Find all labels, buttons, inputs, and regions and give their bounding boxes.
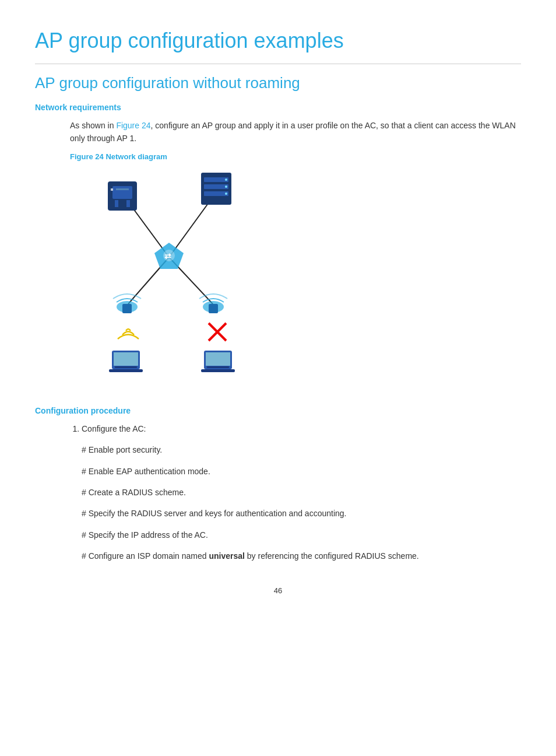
config-comment-1: # Enable port security. xyxy=(82,443,521,456)
svg-rect-21 xyxy=(122,304,132,313)
section-title: AP group configuration without roaming xyxy=(35,74,521,93)
svg-point-14 xyxy=(225,178,227,181)
svg-rect-11 xyxy=(204,177,228,182)
svg-rect-27 xyxy=(114,352,138,366)
divider xyxy=(35,64,521,64)
body-intro-text: As shown in xyxy=(70,121,116,130)
page-title: AP group configuration examples xyxy=(35,28,521,53)
svg-rect-31 xyxy=(206,352,230,366)
svg-rect-9 xyxy=(116,188,129,190)
svg-rect-6 xyxy=(115,200,118,207)
svg-point-16 xyxy=(225,192,227,195)
config-comment-4: # Specify the RADIUS server and keys for… xyxy=(82,507,521,520)
svg-rect-7 xyxy=(126,200,130,207)
config-step-1: Configure the AC: # Enable port security… xyxy=(82,422,521,563)
svg-rect-5 xyxy=(112,186,132,199)
config-procedure-heading: Configuration procedure xyxy=(35,406,521,415)
svg-point-15 xyxy=(225,186,227,188)
config-comment-5: # Specify the IP address of the AC. xyxy=(82,528,521,541)
svg-rect-13 xyxy=(204,191,228,196)
configuration-procedure-section: Configuration procedure Configure the AC… xyxy=(35,406,521,563)
config-comment-6: # Configure an ISP domain named universa… xyxy=(82,550,521,562)
svg-text:⇄: ⇄ xyxy=(164,251,171,261)
svg-rect-32 xyxy=(201,369,235,372)
svg-rect-29 xyxy=(115,366,137,368)
page-number: 46 xyxy=(35,586,521,595)
svg-rect-28 xyxy=(109,369,143,372)
svg-rect-8 xyxy=(111,188,113,191)
svg-rect-23 xyxy=(209,304,218,313)
network-diagram: ⇄ xyxy=(70,167,268,388)
config-step-1-label: Configure the AC: xyxy=(82,424,146,433)
svg-rect-33 xyxy=(207,366,229,368)
config-comment-2: # Enable EAP authentication mode. xyxy=(82,465,521,478)
body-intro-paragraph: As shown in Figure 24, configure an AP g… xyxy=(70,119,521,145)
network-diagram-svg: ⇄ xyxy=(70,167,268,388)
figure-label: Figure 24 Network diagram xyxy=(70,152,521,161)
config-comment-3: # Create a RADIUS scheme. xyxy=(82,486,521,499)
network-requirements-heading: Network requirements xyxy=(35,103,521,112)
svg-rect-12 xyxy=(204,184,228,189)
config-ordered-list: Configure the AC: # Enable port security… xyxy=(70,422,521,563)
config-list: Configure the AC: # Enable port security… xyxy=(70,422,521,563)
figure-24-link[interactable]: Figure 24 xyxy=(116,121,150,130)
